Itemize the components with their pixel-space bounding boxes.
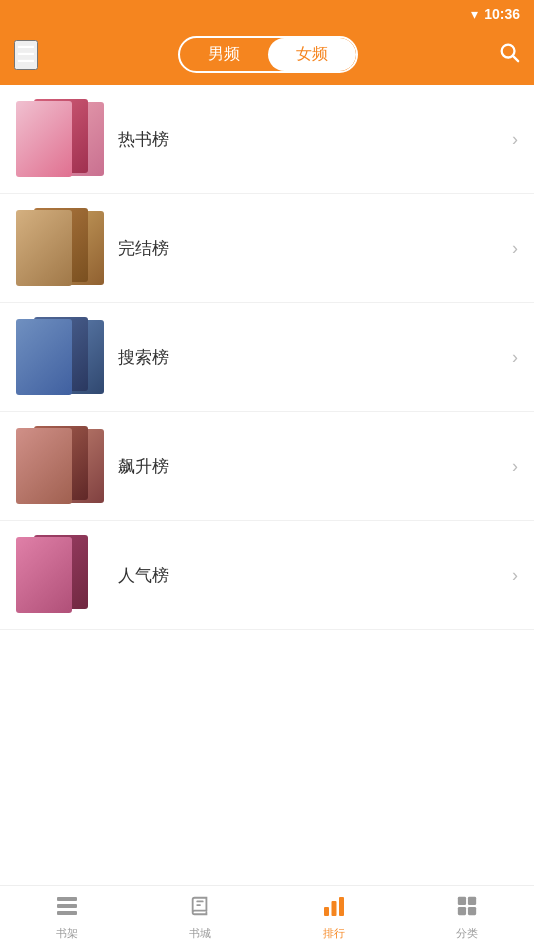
svg-rect-7	[324, 907, 329, 916]
nav-category[interactable]: 分类	[401, 886, 535, 949]
wifi-icon: ▾	[471, 6, 478, 22]
list-item[interactable]: 搜索榜 ›	[0, 303, 534, 412]
book-covers-5	[16, 531, 104, 619]
list-item[interactable]: 热书榜 ›	[0, 85, 534, 194]
svg-line-1	[513, 56, 518, 61]
ranking-icon	[322, 895, 346, 923]
ranking-label-4: 飙升榜	[118, 455, 512, 478]
bookstore-icon	[189, 895, 211, 923]
tab-switcher: 男频 女频	[178, 36, 358, 73]
list-item[interactable]: 人气榜 ›	[0, 521, 534, 630]
shelf-icon	[55, 895, 79, 923]
chevron-icon-1: ›	[512, 129, 518, 150]
nav-ranking[interactable]: 排行	[267, 886, 401, 949]
nav-label-ranking: 排行	[323, 926, 345, 941]
list-item[interactable]: 完结榜 ›	[0, 194, 534, 303]
list-item[interactable]: 飙升榜 ›	[0, 412, 534, 521]
status-bar: ▾ 10:36	[0, 0, 534, 28]
svg-rect-9	[339, 897, 344, 916]
status-time: 10:36	[484, 6, 520, 22]
search-button[interactable]	[498, 41, 520, 69]
book-covers-2	[16, 204, 104, 292]
nav-label-bookstore: 书城	[189, 926, 211, 941]
ranking-label-1: 热书榜	[118, 128, 512, 151]
tab-male[interactable]: 男频	[180, 38, 268, 71]
chevron-icon-2: ›	[512, 238, 518, 259]
top-bar: ☰ 男频 女频	[0, 28, 534, 85]
ranking-list: 热书榜 › 完结榜 › 搜索榜 › 飙升榜 ›	[0, 85, 534, 885]
bottom-nav: 书架 书城 排行	[0, 885, 534, 949]
svg-rect-11	[468, 896, 476, 904]
book-covers-4	[16, 422, 104, 510]
svg-rect-12	[458, 906, 466, 914]
nav-shelf[interactable]: 书架	[0, 886, 134, 949]
book-covers-1	[16, 95, 104, 183]
nav-label-category: 分类	[456, 926, 478, 941]
ranking-label-3: 搜索榜	[118, 346, 512, 369]
category-icon	[456, 895, 478, 923]
chevron-icon-4: ›	[512, 456, 518, 477]
svg-rect-13	[468, 906, 476, 914]
ranking-label-2: 完结榜	[118, 237, 512, 260]
svg-rect-4	[57, 911, 77, 915]
svg-rect-10	[458, 896, 466, 904]
menu-button[interactable]: ☰	[14, 40, 38, 70]
nav-label-shelf: 书架	[56, 926, 78, 941]
svg-rect-8	[331, 901, 336, 916]
chevron-icon-3: ›	[512, 347, 518, 368]
svg-rect-3	[57, 904, 77, 908]
nav-bookstore[interactable]: 书城	[134, 886, 268, 949]
chevron-icon-5: ›	[512, 565, 518, 586]
svg-rect-2	[57, 897, 77, 901]
ranking-label-5: 人气榜	[118, 564, 512, 587]
tab-female[interactable]: 女频	[268, 38, 356, 71]
book-covers-3	[16, 313, 104, 401]
